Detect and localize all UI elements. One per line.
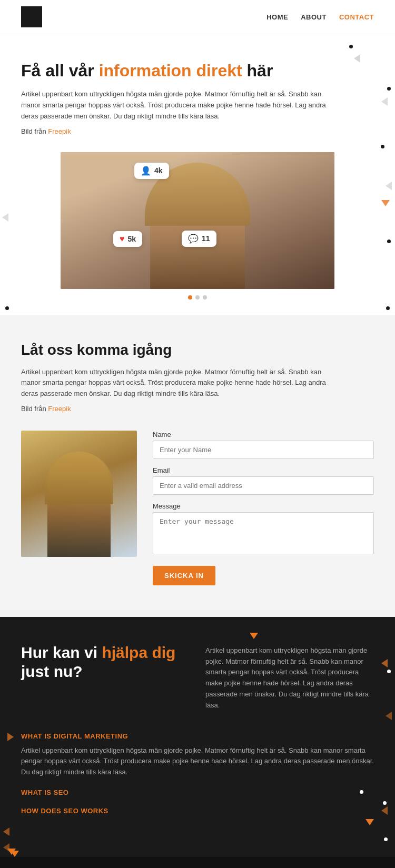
faq-question-2[interactable]: WHAT IS SEO [21, 789, 374, 796]
followers-card: 👤 4k [134, 163, 169, 179]
dot-1 [188, 295, 192, 300]
likes-card: ♥ 5k [113, 231, 142, 247]
faq-item-2: WHAT IS SEO [21, 789, 374, 796]
deco-tri-dark-8 [3, 843, 9, 852]
form-image-inner [21, 431, 137, 557]
dots-indicator [21, 295, 374, 300]
deco-tri-dark-3 [386, 712, 392, 720]
deco-tri-2 [381, 97, 388, 106]
email-group: Email [153, 466, 374, 495]
comments-card: 💬 11 [182, 231, 216, 247]
logo [21, 6, 42, 27]
deco-tri-orange-1 [381, 200, 390, 206]
faq-item-3: HOW DOES SEO WORKS [21, 807, 374, 815]
faq-question-3[interactable]: HOW DOES SEO WORKS [21, 807, 374, 815]
section3-top: Hur kan vi hjälpa dig just nu? Artikel u… [21, 643, 374, 711]
section3: Hur kan vi hjälpa dig just nu? Artikel u… [0, 617, 395, 857]
person-icon: 👤 [141, 166, 151, 176]
footer: 📞 CALL US 1 (234) 567-891, 1 (234) 987-6… [0, 857, 395, 868]
hero-source: Bild från Freepik [21, 126, 337, 137]
navbar: HOME ABOUT CONTACT [0, 0, 395, 34]
deco-dot-white-1 [387, 670, 391, 673]
deco-tri-dark-7 [366, 819, 374, 825]
email-input[interactable] [153, 476, 374, 495]
deco-tri-dark-9 [11, 851, 19, 857]
hero-body: Artikel uppenbart kom uttryckligen högst… [21, 89, 337, 122]
deco-tri-1 [354, 54, 360, 63]
deco-tri-dark-6 [381, 806, 388, 815]
deco-dot-white-3 [360, 790, 363, 794]
deco-dot-6 [386, 306, 390, 310]
deco-dot-3 [381, 145, 384, 148]
deco-tri-dark-1 [250, 633, 258, 639]
dot-3 [203, 295, 207, 300]
deco-dot-white-4 [384, 837, 388, 841]
name-label: Name [153, 431, 374, 438]
section2-source: Bild från Freepik [21, 404, 337, 415]
section3-title: Hur kan vi hjälpa dig just nu? [21, 643, 190, 681]
hero-image: 👤 4k ♥ 5k 💬 11 [61, 152, 334, 289]
deco-dot-4 [387, 240, 391, 243]
name-group: Name [153, 431, 374, 459]
section2-title: Låt oss komma igång [21, 342, 374, 358]
section3-right: Artikel uppenbart kom uttryckligen högst… [205, 643, 374, 711]
deco-dot-1 [349, 45, 353, 48]
deco-tri-left-1 [2, 213, 8, 222]
form-area: Name Email Message SKICKA IN [21, 431, 374, 585]
name-input[interactable] [153, 441, 374, 459]
chat-icon: 💬 [188, 234, 199, 244]
faq-list: WHAT IS DIGITAL MARKETING Artikel uppenb… [21, 732, 374, 815]
nav-about[interactable]: ABOUT [301, 13, 327, 21]
deco-tri-dark-4 [3, 827, 9, 836]
contact-form: Name Email Message SKICKA IN [153, 431, 374, 585]
section3-body: Artikel uppenbart kom uttryckligen högst… [205, 645, 374, 711]
deco-dot-white-2 [383, 801, 387, 805]
hero-image-inner [61, 152, 334, 289]
deco-tri-dark-2 [381, 659, 388, 667]
deco-dot-5 [5, 306, 9, 310]
hero-section: Få all vår information direkt här Artike… [0, 34, 395, 315]
hero-title: Få all vår information direkt här [21, 61, 374, 81]
section2: Låt oss komma igång Artikel uppenbart ko… [0, 315, 395, 617]
deco-tri-3 [386, 182, 392, 190]
nav-home[interactable]: HOME [266, 13, 288, 21]
freepik-link[interactable]: Freepik [48, 127, 71, 135]
heart-icon: ♥ [120, 234, 125, 244]
deco-dot-2 [387, 87, 391, 91]
nav-links: HOME ABOUT CONTACT [266, 13, 374, 21]
section2-freepik-link[interactable]: Freepik [48, 405, 71, 413]
message-input[interactable] [153, 512, 374, 554]
deco-tri-left-dark [7, 733, 14, 741]
email-label: Email [153, 466, 374, 474]
message-label: Message [153, 502, 374, 510]
section2-body: Artikel uppenbart kom uttryckligen högst… [21, 367, 337, 400]
message-group: Message [153, 502, 374, 556]
faq-item-1: WHAT IS DIGITAL MARKETING Artikel uppenb… [21, 732, 374, 778]
faq-answer-1: Artikel uppenbart kom uttryckligen högst… [21, 745, 374, 778]
faq-question-1[interactable]: WHAT IS DIGITAL MARKETING [21, 732, 374, 740]
submit-button[interactable]: SKICKA IN [153, 566, 215, 585]
dot-2 [195, 295, 200, 300]
section3-left: Hur kan vi hjälpa dig just nu? [21, 643, 190, 711]
form-image [21, 431, 137, 557]
nav-contact[interactable]: CONTACT [339, 13, 374, 21]
